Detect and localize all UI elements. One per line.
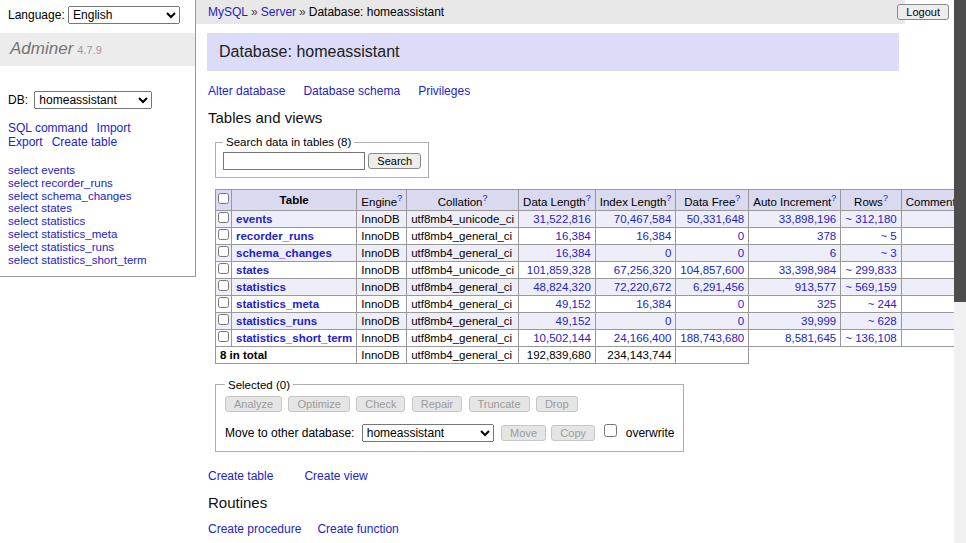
- table-name-link[interactable]: statistics_runs: [236, 315, 317, 327]
- data-free-link[interactable]: 0: [738, 230, 744, 242]
- data-length-link[interactable]: 49,152: [556, 298, 591, 310]
- data-free-link[interactable]: 0: [738, 315, 744, 327]
- data-free-link[interactable]: 188,743,680: [680, 332, 744, 344]
- row-checkbox[interactable]: [218, 314, 229, 325]
- privileges-link[interactable]: Privileges: [418, 84, 470, 98]
- index-length-link[interactable]: 72,220,672: [614, 281, 672, 293]
- sidebar-select-statistics-link[interactable]: select statistics: [8, 215, 85, 227]
- row-checkbox[interactable]: [218, 212, 229, 223]
- sidebar-select-schema-changes-link[interactable]: select schema_changes: [8, 190, 131, 202]
- table-name-link[interactable]: recorder_runs: [236, 230, 314, 242]
- auto-increment-link[interactable]: 378: [817, 230, 836, 242]
- move-db-select[interactable]: homeassistant: [362, 424, 494, 442]
- data-free-link[interactable]: 50,331,648: [687, 213, 745, 225]
- create-view-link[interactable]: Create view: [304, 469, 367, 483]
- db-select[interactable]: homeassistant: [34, 91, 152, 109]
- table-name-link[interactable]: states: [236, 264, 269, 276]
- index-length-link[interactable]: 0: [665, 247, 671, 259]
- row-checkbox[interactable]: [218, 229, 229, 240]
- sidebar-select-statistics-short-term-link[interactable]: select statistics_short_term: [8, 254, 147, 266]
- data-length-link[interactable]: 10,502,144: [533, 332, 591, 344]
- alter-database-link[interactable]: Alter database: [208, 84, 285, 98]
- optimize-button[interactable]: Optimize: [288, 396, 349, 412]
- analyze-button[interactable]: Analyze: [225, 396, 282, 412]
- data-free-link[interactable]: 0: [738, 298, 744, 310]
- help-icon[interactable]: ?: [831, 193, 836, 203]
- overwrite-checkbox[interactable]: [604, 424, 617, 437]
- row-checkbox[interactable]: [218, 246, 229, 257]
- data-length-link[interactable]: 48,824,320: [533, 281, 591, 293]
- help-icon[interactable]: ?: [666, 193, 671, 203]
- rows-link[interactable]: ~ 569,159: [845, 281, 896, 293]
- index-length-link[interactable]: 16,384: [636, 298, 671, 310]
- logout-button[interactable]: Logout: [897, 4, 949, 20]
- data-length-link[interactable]: 16,384: [556, 230, 591, 242]
- auto-increment-link[interactable]: 8,581,645: [785, 332, 836, 344]
- help-icon[interactable]: ?: [883, 193, 888, 203]
- table-name-link[interactable]: statistics: [236, 281, 286, 293]
- check-button[interactable]: Check: [356, 396, 405, 412]
- copy-button[interactable]: Copy: [551, 425, 595, 441]
- rows-link[interactable]: ~ 312,180: [845, 213, 896, 225]
- search-input[interactable]: [223, 152, 365, 170]
- auto-increment-link[interactable]: 325: [817, 298, 836, 310]
- table-name-link[interactable]: statistics_meta: [236, 298, 319, 310]
- index-length-link[interactable]: 67,256,320: [614, 264, 672, 276]
- data-free-link[interactable]: 104,857,600: [680, 264, 744, 276]
- move-button[interactable]: Move: [501, 425, 546, 441]
- breadcrumb-server-link[interactable]: Server: [261, 5, 296, 19]
- drop-button[interactable]: Drop: [536, 396, 578, 412]
- rows-link[interactable]: ~ 628: [868, 315, 897, 327]
- table-name-link[interactable]: statistics_short_term: [236, 332, 352, 344]
- sidebar-select-statistics-meta-link[interactable]: select statistics_meta: [8, 228, 117, 240]
- rows-link[interactable]: ~ 5: [880, 230, 896, 242]
- data-length-link[interactable]: 16,384: [556, 247, 591, 259]
- sidebar-select-events-link[interactable]: select events: [8, 164, 75, 176]
- table-name-link[interactable]: events: [236, 213, 272, 225]
- scrollbar-thumb[interactable]: [954, 0, 966, 302]
- auto-increment-link[interactable]: 33,398,984: [779, 264, 837, 276]
- rows-link[interactable]: ~ 244: [868, 298, 897, 310]
- index-length-link[interactable]: 70,467,584: [614, 213, 672, 225]
- auto-increment-link[interactable]: 39,999: [801, 315, 836, 327]
- table-name-link[interactable]: schema_changes: [236, 247, 332, 259]
- rows-link[interactable]: ~ 136,108: [845, 332, 896, 344]
- help-icon[interactable]: ?: [735, 193, 740, 203]
- create-table-link[interactable]: Create table: [208, 469, 273, 483]
- data-length-link[interactable]: 31,522,816: [533, 213, 591, 225]
- create-table-link-sidebar[interactable]: Create table: [52, 135, 117, 149]
- sidebar-select-recorder-runs-link[interactable]: select recorder_runs: [8, 177, 113, 189]
- sql-command-link[interactable]: SQL command: [8, 121, 88, 135]
- auto-increment-link[interactable]: 33,898,196: [779, 213, 837, 225]
- data-length-link[interactable]: 49,152: [556, 315, 591, 327]
- rows-link[interactable]: ~ 3: [880, 247, 896, 259]
- help-icon[interactable]: ?: [397, 193, 402, 203]
- data-free-link[interactable]: 6,291,456: [693, 281, 744, 293]
- sidebar-select-states-link[interactable]: select states: [8, 202, 72, 214]
- row-checkbox[interactable]: [218, 331, 229, 342]
- select-all-checkbox[interactable]: [218, 193, 229, 204]
- index-length-link[interactable]: 24,166,400: [614, 332, 672, 344]
- row-checkbox[interactable]: [218, 297, 229, 308]
- export-link[interactable]: Export: [8, 135, 43, 149]
- create-procedure-link[interactable]: Create procedure: [208, 522, 301, 536]
- page-scrollbar[interactable]: [954, 0, 966, 543]
- row-checkbox[interactable]: [218, 263, 229, 274]
- help-icon[interactable]: ?: [586, 193, 591, 203]
- database-schema-link[interactable]: Database schema: [303, 84, 400, 98]
- search-button[interactable]: Search: [368, 153, 421, 169]
- data-free-link[interactable]: 0: [738, 247, 744, 259]
- sidebar-select-statistics-runs-link[interactable]: select statistics_runs: [8, 241, 114, 253]
- rows-link[interactable]: ~ 299,833: [845, 264, 896, 276]
- row-checkbox[interactable]: [218, 280, 229, 291]
- index-length-link[interactable]: 16,384: [636, 230, 671, 242]
- create-function-link[interactable]: Create function: [317, 522, 398, 536]
- index-length-link[interactable]: 0: [665, 315, 671, 327]
- import-link[interactable]: Import: [97, 121, 131, 135]
- help-icon[interactable]: ?: [482, 193, 487, 203]
- auto-increment-link[interactable]: 6: [830, 247, 836, 259]
- repair-button[interactable]: Repair: [412, 396, 462, 412]
- language-select[interactable]: English: [68, 6, 180, 24]
- truncate-button[interactable]: Truncate: [469, 396, 530, 412]
- auto-increment-link[interactable]: 913,577: [795, 281, 837, 293]
